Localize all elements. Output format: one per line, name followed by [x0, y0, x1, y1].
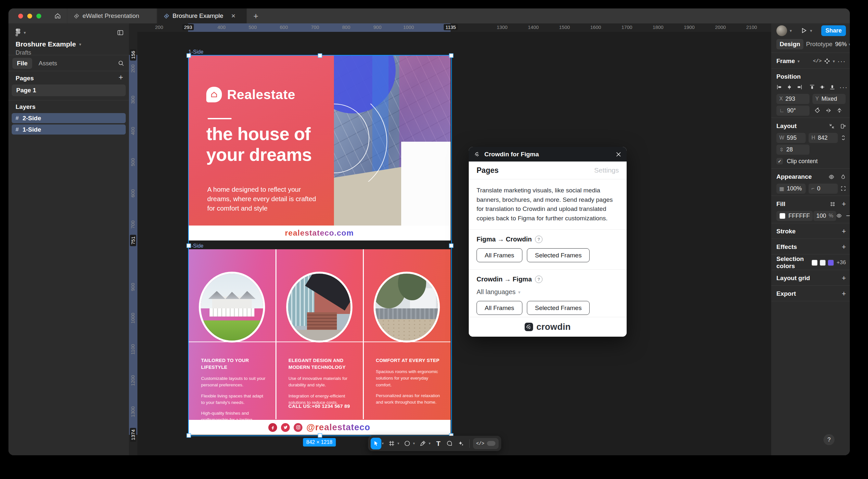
selection-color-swatch[interactable] [811, 260, 818, 266]
dev-mode-toggle[interactable]: </> [473, 438, 499, 449]
avatar[interactable] [776, 25, 787, 36]
more-options-icon[interactable]: ··· [837, 58, 846, 65]
dialog-tab-settings[interactable]: Settings [594, 167, 619, 174]
zoom-level[interactable]: 96%▾ [835, 41, 850, 48]
comment-tool[interactable] [444, 438, 455, 449]
selection-color-swatch[interactable] [819, 260, 826, 266]
auto-layout-icon[interactable] [840, 123, 846, 129]
language-selector[interactable]: All languages▾ [476, 288, 619, 296]
search-icon[interactable] [118, 60, 124, 67]
pen-tool[interactable] [417, 438, 428, 449]
selection-color-swatch[interactable] [828, 260, 834, 266]
eye-icon[interactable] [836, 213, 842, 219]
new-tab-button[interactable]: + [247, 8, 265, 23]
all-frames-button[interactable]: All Frames [476, 301, 522, 315]
gap-field[interactable]: ⇳28 [776, 145, 809, 155]
chevron-down-icon[interactable]: ▾ [833, 59, 835, 64]
move-tool[interactable] [371, 438, 381, 449]
chevron-down-icon[interactable]: ▾ [798, 59, 800, 64]
help-button[interactable]: ? [824, 434, 835, 445]
align-left-icon[interactable] [776, 84, 782, 90]
close-icon[interactable] [616, 151, 621, 157]
frame-2side[interactable]: TAILORED TO YOUR LIFESTYLECustomizable l… [188, 249, 451, 435]
canvas[interactable]: 2002934005006007008009001000113513001400… [129, 23, 771, 455]
align-v-center-icon[interactable] [819, 84, 825, 90]
zoom-window-button[interactable] [36, 13, 41, 19]
align-top-icon[interactable] [809, 84, 815, 90]
add-fill-icon[interactable]: + [842, 200, 846, 208]
styles-icon[interactable] [830, 202, 835, 207]
selected-frames-button[interactable]: Selected Frames [527, 301, 590, 315]
opacity-field[interactable]: ▦100% [776, 184, 806, 194]
fill-color-field[interactable]: FFFFFF [776, 211, 813, 221]
chevron-down-icon[interactable]: ▾ [810, 28, 812, 33]
add-stroke-icon[interactable]: + [842, 227, 846, 236]
selection-handle[interactable] [449, 243, 454, 248]
layer-item-1-side[interactable]: #1-Side [12, 124, 126, 134]
chevron-down-icon[interactable]: ▾ [413, 441, 417, 446]
clip-content-checkbox[interactable]: ✓ [776, 158, 783, 164]
close-window-button[interactable] [18, 13, 23, 19]
file-tab-ewallet[interactable]: eWallet Presentation [67, 8, 157, 23]
align-bottom-icon[interactable] [829, 84, 835, 90]
chevron-down-icon[interactable]: ▾ [79, 42, 82, 47]
component-icon[interactable] [824, 58, 830, 64]
corner-radius-field[interactable]: ⌐0 [809, 184, 838, 194]
file-name[interactable]: Broshure Example [16, 40, 76, 48]
chevron-down-icon[interactable]: ▾ [790, 28, 792, 33]
tab-assets[interactable]: Assets [34, 58, 62, 69]
align-h-center-icon[interactable] [786, 84, 792, 90]
element-type[interactable]: Frame [776, 58, 795, 65]
chevron-down-icon[interactable]: ▾ [382, 441, 385, 446]
home-button[interactable] [49, 8, 67, 23]
more-align-icon[interactable]: ··· [839, 84, 848, 91]
flip-horizontal-icon[interactable] [826, 108, 831, 113]
rotate-icon[interactable] [814, 108, 820, 113]
resize-to-fit-icon[interactable] [829, 123, 835, 129]
add-layout-grid-icon[interactable]: + [842, 274, 846, 282]
add-export-icon[interactable]: + [842, 290, 846, 298]
minimize-window-button[interactable] [27, 13, 32, 19]
chevron-down-icon[interactable]: ▾ [398, 441, 401, 446]
layer-item-2-side[interactable]: #2-Side [12, 113, 126, 123]
tab-design[interactable]: Design [776, 39, 803, 50]
all-frames-button[interactable]: All Frames [476, 248, 522, 262]
page-item-page1[interactable]: Page 1 [12, 85, 126, 96]
actions-tool[interactable] [456, 438, 466, 449]
chevron-down-icon[interactable]: ▾ [429, 441, 432, 446]
rotation-field[interactable]: ∟90° [776, 106, 809, 116]
expand-icon[interactable] [841, 186, 846, 191]
align-right-icon[interactable] [797, 84, 802, 90]
add-effect-icon[interactable]: + [842, 243, 846, 251]
frame-tool[interactable] [386, 438, 397, 449]
help-icon[interactable]: ? [535, 276, 542, 283]
y-position-field[interactable]: YMixed [812, 94, 845, 104]
close-tab-icon[interactable]: ✕ [231, 13, 236, 20]
frame-label-1side[interactable]: 1-Side [188, 49, 204, 55]
width-field[interactable]: W595 [776, 133, 806, 143]
text-tool[interactable]: T [433, 438, 444, 449]
more-colors-count[interactable]: +36 [836, 259, 846, 266]
toggle-panel-icon[interactable] [117, 29, 124, 36]
dialog-header[interactable]: Crowdin for Figma [469, 147, 627, 161]
dialog-tab-pages[interactable]: Pages [476, 166, 499, 175]
shape-tool[interactable] [402, 438, 412, 449]
frame-label-2side[interactable]: 2-Side [188, 243, 204, 249]
code-icon[interactable]: </> [813, 59, 822, 64]
flip-vertical-icon[interactable] [836, 108, 842, 113]
file-tab-broshure[interactable]: Broshure Example ✕ [157, 8, 247, 23]
tab-file[interactable]: File [12, 58, 32, 69]
share-button[interactable]: Share [821, 25, 846, 36]
eye-icon[interactable] [828, 174, 835, 180]
chevron-down-icon[interactable]: ▾ [24, 30, 26, 35]
present-icon[interactable] [801, 27, 807, 34]
constrain-proportions-icon[interactable] [841, 135, 846, 141]
height-field[interactable]: H842 [809, 133, 838, 143]
add-page-button[interactable]: + [119, 73, 123, 81]
frame-1side[interactable]: Realestate the house of your dreams A ho… [188, 55, 451, 240]
figma-logo[interactable] [15, 28, 21, 37]
fill-opacity-field[interactable]: 100% [813, 211, 836, 221]
blend-droplet-icon[interactable] [840, 174, 846, 180]
remove-fill-icon[interactable]: − [846, 212, 850, 220]
x-position-field[interactable]: X293 [776, 94, 809, 104]
